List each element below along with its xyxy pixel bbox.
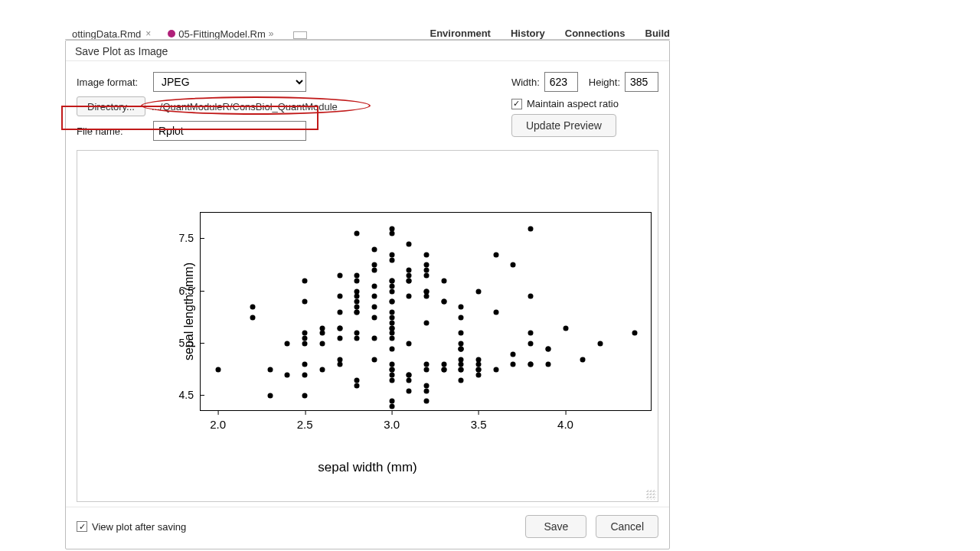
- data-point: [459, 367, 464, 373]
- data-point: [389, 325, 394, 331]
- data-point: [389, 331, 394, 336]
- data-point: [563, 325, 568, 331]
- data-point: [424, 294, 430, 299]
- data-point: [215, 367, 220, 373]
- y-tick: 5.5: [169, 337, 200, 349]
- data-point: [528, 226, 534, 231]
- data-point: [528, 294, 534, 299]
- x-tick: 3.0: [384, 410, 400, 431]
- data-point: [424, 262, 430, 268]
- data-point: [354, 278, 360, 283]
- data-point: [424, 388, 430, 393]
- data-point: [319, 341, 325, 347]
- data-point: [476, 373, 482, 378]
- y-tick: 4.5: [169, 389, 200, 401]
- window-controls-icon[interactable]: [293, 31, 307, 39]
- view-after-checkbox[interactable]: ✓ View plot after saving: [77, 521, 186, 533]
- plot-preview: sepal length (mm) 2.02.53.03.54.0 4.55.5…: [77, 150, 658, 502]
- data-point: [389, 299, 394, 305]
- data-point: [302, 299, 308, 305]
- data-point: [250, 305, 256, 310]
- data-point: [424, 362, 430, 367]
- checkbox-icon: ✓: [77, 521, 87, 532]
- data-point: [371, 268, 377, 273]
- data-point: [459, 315, 464, 320]
- data-point: [476, 289, 482, 294]
- height-label: Height:: [589, 77, 620, 88]
- directory-button[interactable]: Directory...: [77, 96, 145, 116]
- view-after-label: View plot after saving: [92, 521, 186, 533]
- editor-tab-bar: ottingData.Rmd × 05-FittingModel.Rm » En…: [65, 29, 670, 40]
- data-point: [371, 294, 377, 299]
- data-point: [285, 373, 290, 378]
- plot-frame: 2.02.53.03.54.0: [200, 212, 652, 411]
- data-point: [424, 320, 430, 325]
- tab-label: ottingData.Rmd: [72, 29, 141, 40]
- data-point: [407, 294, 412, 299]
- data-point: [354, 331, 360, 336]
- maintain-aspect-checkbox[interactable]: ✓ Maintain aspect ratio: [511, 98, 619, 109]
- data-point: [302, 362, 308, 367]
- image-format-label: Image format:: [77, 77, 153, 88]
- data-point: [371, 336, 377, 341]
- data-point: [545, 362, 550, 367]
- x-tick: 3.5: [471, 410, 487, 431]
- data-point: [389, 367, 394, 373]
- data-point: [319, 367, 325, 373]
- pane-tab-connections[interactable]: Connections: [565, 29, 626, 39]
- data-point: [407, 377, 412, 383]
- width-label: Width:: [511, 77, 540, 88]
- data-point: [302, 278, 308, 283]
- data-point: [407, 373, 412, 378]
- data-point: [424, 367, 430, 373]
- data-point: [389, 257, 394, 262]
- pane-tab-history[interactable]: History: [511, 29, 545, 39]
- data-point: [354, 294, 360, 299]
- resize-grip-icon[interactable]: [645, 489, 656, 500]
- rmd-icon: [168, 30, 175, 37]
- data-point: [459, 377, 464, 383]
- dialog-title: Save Plot as Image: [66, 41, 669, 61]
- data-point: [337, 294, 342, 299]
- pane-tab-build[interactable]: Build: [645, 29, 671, 39]
- data-point: [407, 273, 412, 279]
- data-point: [476, 362, 482, 367]
- directory-path: .../QuantModuleR/ConsBiol_QuantModule: [152, 101, 338, 112]
- editor-tab-plottingdata[interactable]: ottingData.Rmd ×: [70, 29, 152, 39]
- data-point: [371, 357, 377, 362]
- data-point: [354, 299, 360, 305]
- data-point: [267, 367, 273, 373]
- width-input[interactable]: [544, 72, 578, 92]
- data-point: [407, 341, 412, 347]
- data-point: [389, 404, 394, 409]
- data-point: [371, 315, 377, 320]
- data-point: [459, 341, 464, 347]
- data-point: [424, 399, 430, 404]
- data-point: [302, 341, 308, 347]
- data-point: [250, 315, 256, 320]
- data-point: [632, 331, 638, 336]
- y-tick: 7.5: [169, 232, 200, 244]
- data-point: [337, 325, 342, 331]
- pane-tab-environment[interactable]: Environment: [430, 29, 491, 39]
- data-point: [371, 305, 377, 310]
- filename-input[interactable]: [153, 121, 306, 141]
- data-point: [354, 377, 360, 383]
- update-preview-button[interactable]: Update Preview: [511, 114, 616, 137]
- tab-label: 05-FittingModel.Rm: [178, 29, 265, 40]
- data-point: [528, 341, 534, 347]
- data-point: [389, 346, 394, 351]
- data-point: [493, 367, 498, 373]
- editor-tab-fittingmodel[interactable]: 05-FittingModel.Rm »: [166, 29, 275, 39]
- height-input[interactable]: [625, 72, 658, 92]
- close-icon[interactable]: ×: [145, 29, 151, 39]
- image-format-select[interactable]: JPEG: [153, 72, 306, 92]
- save-button[interactable]: Save: [525, 515, 586, 538]
- y-tick: 6.5: [169, 285, 200, 297]
- data-point: [424, 273, 430, 279]
- chevron-right-icon: »: [269, 29, 274, 39]
- data-point: [389, 278, 394, 283]
- filename-label: File name:: [77, 126, 153, 137]
- data-point: [389, 336, 394, 341]
- cancel-button[interactable]: Cancel: [596, 515, 658, 538]
